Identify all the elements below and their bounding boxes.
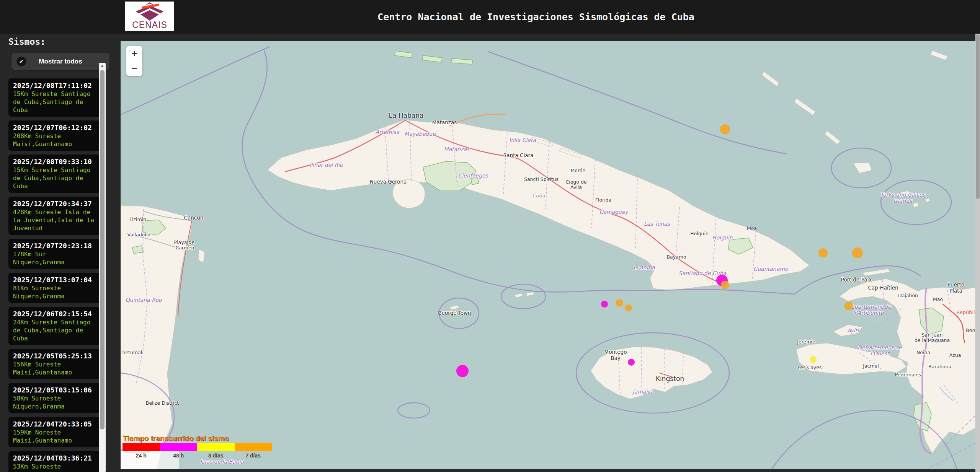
event-date: 2025/12/08T09:33:10: [13, 157, 99, 166]
event-date: 2025/12/07T13:07:04: [13, 275, 99, 284]
map-canvas[interactable]: La HabanaMatanzasArtemisaMayabequeMatanz…: [121, 41, 975, 469]
legend-segment: [160, 443, 198, 451]
show-all-label: Mostrar todos: [39, 58, 82, 65]
show-all-button[interactable]: ✔ Mostrar todos: [11, 53, 109, 70]
event-date: 2025/12/04T03:36:21: [13, 454, 99, 462]
sidebar-scrollbar[interactable]: ▲: [99, 63, 106, 472]
header-bar: CENAIS Centro Nacional de Investigacione…: [0, 0, 980, 34]
legend-label: 3 días: [197, 452, 235, 459]
event-item[interactable]: 2025/12/07T20:23:18 178Km Sur Niquero,Gr…: [8, 239, 103, 269]
event-item[interactable]: 2025/12/08T09:33:10 15Km Sureste Santiag…: [8, 155, 103, 193]
page-title: Centro Nacional de Investigaciones Sismo…: [268, 0, 804, 34]
event-item[interactable]: 2025/12/08T17:11:02 15Km Sureste Santiag…: [8, 78, 103, 117]
event-item[interactable]: 2025/12/05T03:15:06 58Km Suroeste Niquer…: [8, 383, 103, 413]
quake-marker[interactable]: [720, 124, 730, 134]
zoom-in-button[interactable]: +: [126, 46, 142, 61]
event-list: 2025/12/08T17:11:02 15Km Sureste Santiag…: [8, 78, 103, 472]
legend-label: 48 h: [160, 452, 198, 459]
quake-marker[interactable]: [456, 365, 469, 377]
quake-marker[interactable]: [818, 248, 828, 257]
event-item[interactable]: 2025/12/07T20:34:37 428Km Sureste Isla d…: [8, 197, 103, 235]
page-scrollbar[interactable]: [975, 34, 980, 472]
sismos-heading: Sismos:: [8, 37, 46, 47]
event-location: 24Km Sureste Santiago de Cuba,Santiago d…: [13, 318, 94, 342]
event-location: 208Km Sureste Maisí,Guantanamo: [13, 132, 94, 148]
quake-marker[interactable]: [721, 281, 729, 289]
event-date: 2025/12/05T03:15:06: [13, 386, 99, 394]
legend-title: Tiempo transcurrido del sismo: [123, 434, 229, 443]
event-date: 2025/12/07T06:12:02: [13, 123, 99, 132]
zoom-out-button[interactable]: −: [126, 61, 142, 76]
event-date: 2025/12/06T02:15:54: [13, 309, 99, 318]
event-location: 81Km Suroeste Niquero,Granma: [13, 284, 94, 300]
event-location: 156Km Sureste Maisí,Guantanamo: [13, 360, 94, 376]
quake-marker[interactable]: [616, 299, 623, 307]
cenais-logo[interactable]: CENAIS: [125, 2, 174, 31]
event-item[interactable]: 2025/12/04T20:33:05 159Km Noreste Maisí,…: [8, 417, 103, 447]
event-date: 2025/12/04T20:33:05: [13, 420, 99, 428]
legend-segment: [197, 443, 235, 451]
legend-labels: 24 h48 h3 días7 días: [122, 452, 272, 459]
quake-marker[interactable]: [625, 304, 632, 311]
cenais-logo-icon: [133, 2, 166, 21]
quake-marker[interactable]: [844, 302, 853, 310]
sidebar-scrollbar-thumb[interactable]: [100, 70, 105, 430]
scroll-up-icon[interactable]: ▲: [99, 64, 106, 68]
event-item[interactable]: 2025/12/07T13:07:04 81Km Suroeste Niquer…: [8, 273, 103, 303]
event-location: 58Km Suroeste Niquero,Granma: [13, 394, 94, 410]
page-scrollbar-thumb[interactable]: [976, 34, 980, 199]
quake-marker[interactable]: [628, 359, 635, 366]
event-date: 2025/12/05T05:25:13: [13, 352, 99, 360]
event-location: 15Km Sureste Santiago de Cuba,Santiago d…: [13, 166, 94, 190]
event-item[interactable]: 2025/12/07T06:12:02 208Km Sureste Maisí,…: [8, 120, 103, 151]
sidebar: Sismos: ✔ Mostrar todos 2025/12/08T17:11…: [0, 34, 121, 472]
event-location: 178Km Sur Niquero,Granma: [13, 250, 94, 266]
event-location: 159Km Noreste Maisí,Guantanamo: [13, 428, 94, 444]
event-date: 2025/12/07T20:23:18: [13, 241, 99, 250]
event-location: 53Km Suroeste Niquero,Granma: [13, 462, 94, 472]
legend-segment: [122, 443, 160, 451]
quake-marker[interactable]: [601, 301, 608, 308]
legend-colorbar: [122, 443, 272, 451]
cenais-logo-text: CENAIS: [132, 20, 167, 30]
legend-label: 24 h: [122, 452, 160, 459]
legend-segment: [235, 443, 272, 451]
event-date: 2025/12/07T20:34:37: [13, 199, 99, 208]
quake-marker[interactable]: [810, 356, 817, 363]
event-date: 2025/12/08T17:11:02: [13, 81, 99, 90]
event-item[interactable]: 2025/12/04T03:36:21 53Km Suroeste Niquer…: [8, 451, 103, 472]
event-item[interactable]: 2025/12/05T05:25:13 156Km Sureste Maisí,…: [8, 349, 103, 379]
event-location: 15Km Sureste Santiago de Cuba,Santiago d…: [13, 90, 94, 114]
quake-marker[interactable]: [852, 247, 863, 258]
checkmark-icon[interactable]: ✔: [16, 57, 26, 67]
event-location: 428Km Sureste Isla de la Juventud,Isla d…: [13, 208, 94, 232]
map-terrain: [121, 41, 975, 469]
event-item[interactable]: 2025/12/06T02:15:54 24Km Sureste Santiag…: [8, 307, 103, 345]
legend-label: 7 días: [235, 452, 272, 459]
map-zoom-control: + −: [126, 46, 142, 76]
